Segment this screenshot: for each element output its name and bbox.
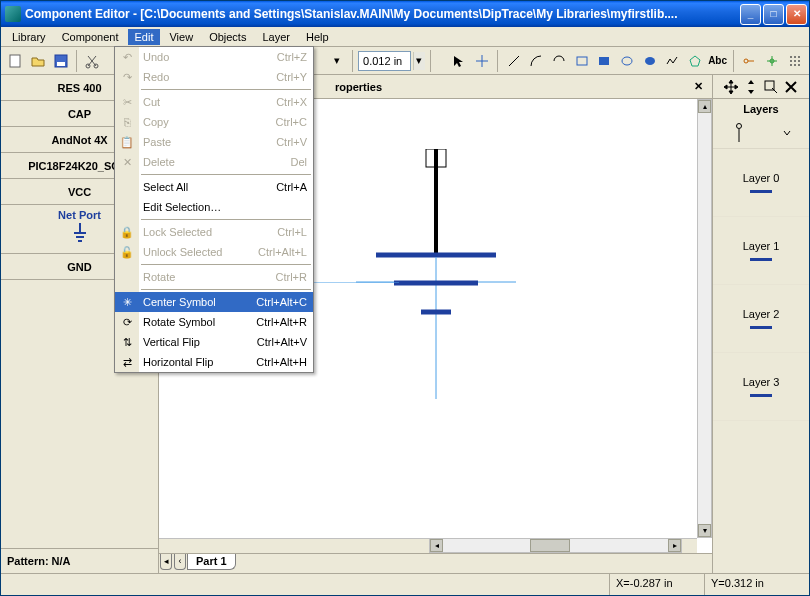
edit-dropdown-menu: ↶UndoCtrl+Z ↷RedoCtrl+Y ✂CutCtrl+X ⎘Copy… [114,46,314,373]
menu-rotate[interactable]: RotateCtrl+R [115,267,313,287]
collapse-icon[interactable] [783,129,791,137]
pin-icon[interactable] [739,50,760,72]
rotate-symbol-icon: ⟳ [119,314,135,330]
svg-point-14 [790,60,792,62]
layer-row[interactable]: Layer 0 [713,149,809,217]
net-port-label: Net Port [58,209,101,221]
text-icon[interactable]: Abc [707,50,728,72]
layers-panel: Layers Layer 0 Layer 1 Layer 2 Layer 3 [713,75,809,573]
tab-nav-prev[interactable]: ‹ [174,554,186,570]
menu-select-all[interactable]: Select AllCtrl+A [115,177,313,197]
properties-close-icon[interactable]: ✕ [690,79,706,95]
polygon-icon[interactable] [684,50,705,72]
svg-point-15 [794,60,796,62]
layer-swatch [750,258,772,261]
menu-edit-selection[interactable]: Edit Selection… [115,197,313,217]
svg-point-11 [790,56,792,58]
grid-icon[interactable] [784,50,805,72]
menu-bar: Library Component Edit View Objects Laye… [1,27,809,47]
menu-redo[interactable]: ↷RedoCtrl+Y [115,67,313,87]
undo-icon: ↶ [119,49,135,65]
tab-part1[interactable]: Part 1 [187,554,236,570]
menu-layer[interactable]: Layer [255,29,297,45]
svg-point-12 [794,56,796,58]
menu-component[interactable]: Component [55,29,126,45]
app-icon [5,6,21,22]
cut-icon: ✂ [119,94,135,110]
menu-library[interactable]: Library [5,29,53,45]
menu-vertical-flip[interactable]: ⇅Vertical FlipCtrl+Alt+V [115,332,313,352]
window-title: Component Editor - [C:\Documents and Set… [25,7,740,21]
svg-point-8 [645,57,655,65]
filled-rect-icon[interactable] [594,50,615,72]
redo-icon: ↷ [119,69,135,85]
layer-row[interactable]: Layer 3 [713,353,809,421]
title-bar: Component Editor - [C:\Documents and Set… [1,1,809,27]
polyline-icon[interactable] [662,50,683,72]
menu-objects[interactable]: Objects [202,29,253,45]
svg-rect-5 [577,57,587,65]
gnd-symbol[interactable] [356,149,516,399]
status-y: Y=0.312 in [704,574,809,595]
open-icon[interactable] [28,50,49,72]
copy-icon: ⎘ [119,114,135,130]
horizontal-scrollbar[interactable]: ◂ ▸ [429,538,682,553]
arc2-icon[interactable] [549,50,570,72]
svg-point-18 [794,64,796,66]
properties-title: roperties [335,81,382,93]
menu-view[interactable]: View [162,29,200,45]
menu-delete[interactable]: ✕DeleteDel [115,152,313,172]
layers-title: Layers [713,99,809,117]
svg-point-13 [798,56,800,58]
minimize-button[interactable]: _ [740,4,761,25]
svg-rect-6 [599,57,609,65]
lock-icon: 🔒 [119,224,135,240]
pin-direction-icon[interactable] [732,122,746,144]
menu-unlock[interactable]: 🔓Unlock SelectedCtrl+Alt+L [115,242,313,262]
updown-icon[interactable] [742,78,760,96]
line-icon[interactable] [503,50,524,72]
layer-row[interactable]: Layer 2 [713,285,809,353]
close-button[interactable]: ✕ [786,4,807,25]
dropdown-arrow-icon[interactable]: ▾ [327,50,348,72]
delete-menu-icon: ✕ [119,154,135,170]
menu-lock[interactable]: 🔒Lock SelectedCtrl+L [115,222,313,242]
svg-point-34 [736,123,741,128]
filled-ellipse-icon[interactable] [639,50,660,72]
cut-icon[interactable] [82,50,103,72]
corner-icon[interactable] [762,78,780,96]
status-bar: X=-0.287 in Y=0.312 in [1,573,809,595]
pointer-icon[interactable] [449,50,470,72]
menu-paste[interactable]: 📋PasteCtrl+V [115,132,313,152]
maximize-button[interactable]: □ [763,4,784,25]
save-icon[interactable] [50,50,71,72]
grid-size-input[interactable]: 0.012 in [358,51,411,71]
menu-edit[interactable]: Edit [128,29,161,45]
menu-undo[interactable]: ↶UndoCtrl+Z [115,47,313,67]
layer-swatch [750,326,772,329]
pattern-label: Pattern: N/A [1,548,158,573]
move-icon[interactable] [722,78,740,96]
menu-copy[interactable]: ⎘CopyCtrl+C [115,112,313,132]
grid-dropdown-arrow-icon[interactable]: ▾ [413,52,425,70]
menu-rotate-symbol[interactable]: ⟳Rotate SymbolCtrl+Alt+R [115,312,313,332]
delete-icon[interactable] [782,78,800,96]
menu-center-symbol[interactable]: ✳Center SymbolCtrl+Alt+C [115,292,313,312]
hflip-icon: ⇄ [119,354,135,370]
layer-label: Layer 0 [743,172,780,184]
paste-icon: 📋 [119,134,135,150]
origin-icon[interactable] [762,50,783,72]
svg-point-9 [744,59,748,63]
ellipse-icon[interactable] [617,50,638,72]
vertical-scrollbar[interactable]: ▴ ▾ [697,99,712,538]
menu-horizontal-flip[interactable]: ⇄Horizontal FlipCtrl+Alt+H [115,352,313,372]
menu-cut[interactable]: ✂CutCtrl+X [115,92,313,112]
crosshair-icon[interactable] [472,50,493,72]
arc-icon[interactable] [526,50,547,72]
layer-row[interactable]: Layer 1 [713,217,809,285]
svg-point-19 [798,64,800,66]
tab-nav-first[interactable]: ◂ [160,554,172,570]
new-icon[interactable] [5,50,26,72]
rect-icon[interactable] [571,50,592,72]
menu-help[interactable]: Help [299,29,336,45]
